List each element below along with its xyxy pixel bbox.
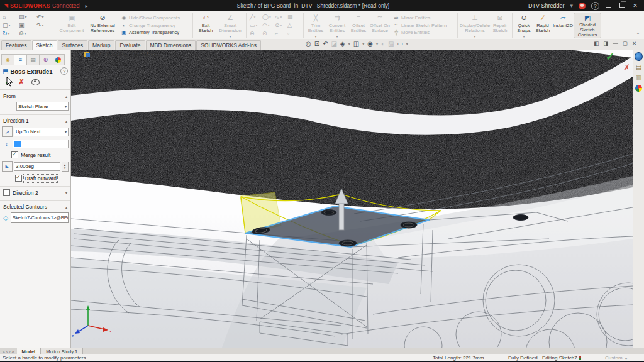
- clipboard-icon[interactable]: ▣: [19, 21, 35, 30]
- flyout-expand-arrow-icon[interactable]: ▸: [80, 52, 82, 57]
- confirmation-cancel-icon[interactable]: ✗: [623, 63, 630, 72]
- tab-nav-next-icon[interactable]: ›: [9, 349, 10, 354]
- draft-button[interactable]: ◣: [2, 161, 13, 172]
- sketch-entities-group: ╱▾ ◯▾ ∿▾ ▦ ▭▾ ◠▾ ⊘▾ △ ⊖ ⊙ ⌐ ▫: [248, 13, 301, 37]
- polygon-tool-icon: ▦: [287, 13, 300, 21]
- shaded-sketch-contours-button[interactable]: ◩ Shaded Sketch Contours: [574, 13, 601, 38]
- close-button[interactable]: ✕: [631, 3, 639, 9]
- featuremanager-tree-tab-icon[interactable]: ◈: [1, 54, 14, 65]
- pm-preview-eye-icon[interactable]: [31, 79, 40, 85]
- pm-help-icon[interactable]: ?: [60, 67, 68, 75]
- selected-contours-listbox[interactable]: Sketch7-Contour<1>@BPG Boar: [11, 212, 69, 223]
- view-settings-icon[interactable]: ▭: [397, 40, 402, 47]
- pm-cancel-button[interactable]: ✗: [18, 78, 24, 86]
- options-gear-icon[interactable]: ⊚▾: [19, 30, 35, 38]
- direction1-section-header[interactable]: Direction 1▴: [0, 114, 70, 125]
- depth-selection: [14, 141, 21, 147]
- doc-restore-icon[interactable]: ▢: [623, 40, 628, 47]
- selected-contours-section-header[interactable]: Selected Contours▴: [0, 200, 70, 211]
- view-settings-caret-icon[interactable]: ▾: [406, 41, 408, 46]
- direction2-checkbox[interactable]: [3, 189, 10, 196]
- solidworks-brand: ◥ SOLIDWORKS Connected ▸: [0, 3, 98, 9]
- view-orientation-caret-icon[interactable]: ▾: [348, 41, 350, 46]
- appearances-scenes-icon[interactable]: [635, 84, 643, 92]
- tab-nav-last-icon[interactable]: »: [12, 349, 14, 354]
- exit-sketch-button[interactable]: ↩ Exit Sketch: [195, 13, 216, 38]
- doc-close-icon[interactable]: ✕: [632, 40, 636, 47]
- configuration-manager-tab-icon[interactable]: ▤: [27, 54, 40, 65]
- tab-evaluate[interactable]: Evaluate: [115, 40, 145, 50]
- confirmation-ok-icon[interactable]: ✓: [606, 51, 614, 63]
- tab-features[interactable]: Features: [1, 40, 31, 50]
- design-library-icon[interactable]: ▤: [635, 63, 643, 71]
- draft-outward-checkbox[interactable]: [15, 175, 22, 182]
- workspace-selector[interactable]: DTV Shredder: [528, 3, 565, 9]
- rapid-sketch-button[interactable]: ∕ Rapid Sketch: [533, 13, 552, 38]
- depth-input[interactable]: [13, 140, 69, 148]
- workspace-caret-icon[interactable]: ▾: [570, 3, 573, 9]
- assembly-transparency-button[interactable]: ▣Assembly Transparency: [121, 30, 189, 35]
- display-manager-tab-icon[interactable]: [52, 54, 65, 65]
- shaded-sketch-contours-icon: ◩: [584, 14, 591, 21]
- graphics-viewport[interactable]: ✓ ✗ x z ▸ DTV - Shredder "TOP LEVE...: [71, 50, 633, 348]
- new-document-icon[interactable]: ▢▾: [3, 21, 18, 30]
- end-condition-dropdown[interactable]: Up To Next▾: [14, 128, 69, 136]
- no-external-references-button[interactable]: ⊘ No External References: [86, 13, 119, 38]
- view-orientation-icon[interactable]: ◈: [340, 40, 345, 47]
- restore-button[interactable]: [618, 3, 626, 9]
- tab-surfaces[interactable]: Surfaces: [58, 40, 88, 50]
- reverse-direction-button[interactable]: ↗: [2, 126, 13, 137]
- doc-minimize-icon[interactable]: —: [613, 40, 618, 47]
- tab-mbd-dimensions[interactable]: MBD Dimensions: [146, 40, 196, 50]
- section-view-icon: ◪: [331, 40, 337, 47]
- direction2-section-header[interactable]: Direction 2▾: [0, 186, 70, 197]
- instant2d-button[interactable]: ▱ Instant2D: [552, 13, 574, 38]
- from-section-header[interactable]: From▴: [0, 90, 70, 101]
- tab-nav-prev-icon[interactable]: ‹: [6, 349, 8, 354]
- 3dexperience-resources-icon[interactable]: [635, 52, 643, 60]
- previous-view-icon[interactable]: ↶: [323, 40, 328, 47]
- ribbon-collapse-chevron[interactable]: ˆ: [637, 32, 639, 38]
- draft-angle-spinner[interactable]: ▴▾: [62, 162, 69, 172]
- dimxpert-tab-icon[interactable]: ⊕: [40, 54, 52, 65]
- hide-show-items-icon[interactable]: ◉: [367, 40, 373, 47]
- quick-snaps-icon: ⊙: [521, 14, 526, 22]
- tab-solidworks-add-ins[interactable]: SOLIDWORKS Add-Ins: [196, 40, 261, 50]
- property-manager-tab-icon[interactable]: ≡: [14, 54, 27, 65]
- user-avatar[interactable]: [579, 3, 586, 9]
- rebuild-icon[interactable]: ↻▾: [3, 30, 18, 38]
- pane-left-icon[interactable]: ◧: [594, 40, 599, 47]
- selection-filter-icon[interactable]: ☰: [36, 30, 53, 38]
- units-caret-icon[interactable]: ▾: [625, 356, 627, 361]
- redo-icon[interactable]: ↷▾: [36, 21, 53, 30]
- tab-nav-first-icon[interactable]: «: [3, 349, 5, 354]
- edit-appearance-icon: ◐: [381, 40, 385, 47]
- merge-result-row[interactable]: Merge result: [0, 150, 70, 160]
- help-button[interactable]: ?: [591, 2, 599, 10]
- ribbon-toolbar: ⌂ ▤▾ ↶▾ ▢▾ ▣ ↷▾ ↻▾ ⊚▾ ☰ ▣ Edit Component…: [0, 11, 644, 40]
- minimize-button[interactable]: [605, 3, 613, 9]
- merge-result-checkbox[interactable]: [11, 151, 18, 158]
- undo-icon[interactable]: ↶▾: [36, 13, 53, 21]
- pane-right-icon[interactable]: ◨: [603, 40, 608, 47]
- status-custom-units[interactable]: Custom: [605, 355, 623, 361]
- display-style-caret-icon[interactable]: ▾: [362, 41, 364, 46]
- save-icon[interactable]: ▤▾: [19, 13, 35, 21]
- display-style-icon[interactable]: ◫: [353, 40, 359, 47]
- tab-markup[interactable]: Markup: [88, 40, 114, 50]
- tab-sketch[interactable]: Sketch: [32, 40, 57, 50]
- draft-outward-row[interactable]: Draft outward: [0, 173, 70, 183]
- hide-show-items-caret-icon[interactable]: ▾: [376, 41, 378, 46]
- zoom-to-area-icon[interactable]: ⊡: [314, 40, 319, 47]
- draft-angle-input[interactable]: 3.00deg: [14, 162, 60, 171]
- flyout-assembly-label[interactable]: DTV - Shredder "TOP LEVE...: [91, 51, 162, 57]
- from-plane-dropdown[interactable]: Sketch Plane▾: [16, 102, 69, 111]
- file-explorer-icon[interactable]: ▥: [635, 74, 643, 82]
- quick-snaps-button[interactable]: ⊙ Quick Snaps▾: [514, 13, 533, 38]
- home-icon[interactable]: ⌂: [3, 13, 18, 21]
- units-indicator-icon[interactable]: [579, 356, 581, 360]
- feature-tree-flyout[interactable]: ▸ DTV - Shredder "TOP LEVE...: [80, 51, 162, 57]
- shredder-housing-section[interactable]: [71, 50, 633, 214]
- zoom-to-fit-icon[interactable]: ◎: [306, 40, 311, 47]
- brand-flyout-arrow-icon[interactable]: ▸: [85, 3, 87, 9]
